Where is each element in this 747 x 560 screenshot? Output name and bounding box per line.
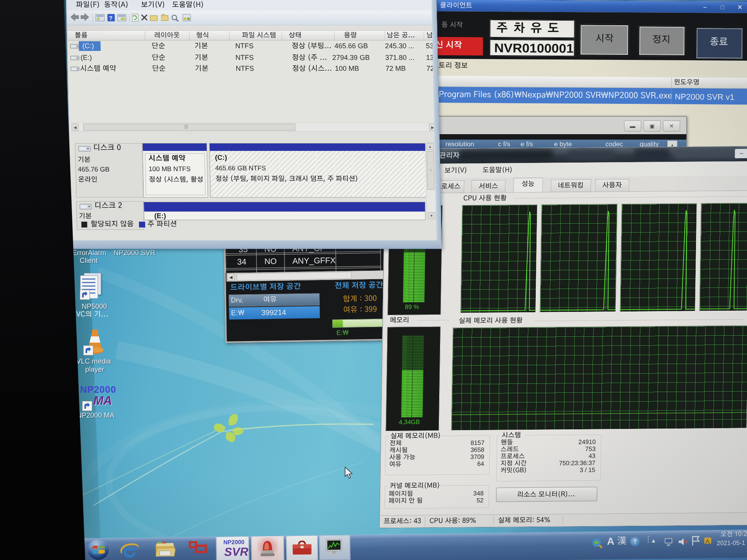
svg-text:?: ? <box>109 15 113 21</box>
